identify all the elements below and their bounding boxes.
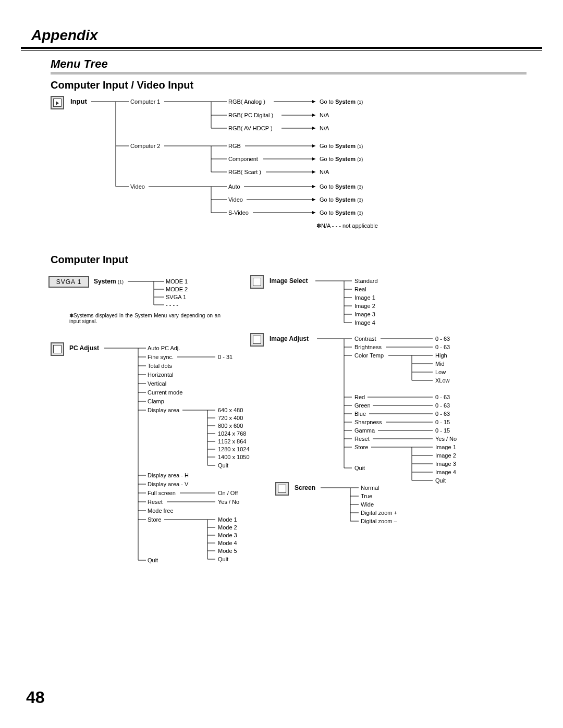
ia-green-val: 0 - 63 xyxy=(435,402,450,409)
pc-autopc: Auto PC Adj. xyxy=(148,345,180,351)
ia-colortemp: Color Temp xyxy=(354,352,384,359)
pc-m5: Mode 5 xyxy=(218,548,237,554)
res1: 720 x 400 xyxy=(218,415,243,421)
ia-image4: Image 4 xyxy=(435,469,456,475)
pc-fullscreen-val: On / Off xyxy=(218,490,238,496)
res0: 640 x 480 xyxy=(218,407,243,413)
ia-store: Store xyxy=(354,444,368,450)
system-mode1: MODE 1 xyxy=(166,278,188,285)
is-image4: Image 4 xyxy=(354,319,375,326)
page-number: 48 xyxy=(26,688,45,707)
ia-reset-val: Yes / No xyxy=(435,436,457,442)
pc-m3: Mode 3 xyxy=(218,532,237,538)
pc-quit2: Quit xyxy=(218,556,228,562)
ia-blue: Blue xyxy=(354,411,366,417)
ia-gamma: Gamma xyxy=(354,427,375,434)
ia-brightness-val: 0 - 63 xyxy=(435,344,450,350)
ia-green: Green xyxy=(354,402,371,409)
res5: 1280 x 1024 xyxy=(218,446,250,452)
pc-totaldots: Total dots xyxy=(148,363,173,369)
is-image2: Image 2 xyxy=(354,303,375,309)
pc-dav: Display area - V xyxy=(148,481,189,487)
ia-image2: Image 2 xyxy=(435,452,456,459)
ia-brightness: Brightness xyxy=(354,344,382,350)
is-standard: Standard xyxy=(354,278,378,284)
ia-blue-val: 0 - 63 xyxy=(435,411,450,417)
ia-quit: Quit xyxy=(354,465,365,471)
ia-low: Low xyxy=(435,369,446,375)
is-image3: Image 3 xyxy=(354,311,375,317)
pc-quit1: Quit xyxy=(218,462,228,468)
ia-xlow: XLow xyxy=(435,377,450,384)
res3: 1024 x 768 xyxy=(218,430,246,437)
sc-normal: Normal xyxy=(361,485,379,491)
ia-reset: Reset xyxy=(354,436,370,442)
pc-displayarea: Display area xyxy=(148,407,180,413)
ia-gamma-val: 0 - 15 xyxy=(435,427,450,434)
ia-image3: Image 3 xyxy=(435,461,456,467)
system-dashes: - - - - xyxy=(166,302,178,308)
is-image1: Image 1 xyxy=(354,294,375,301)
imageselect-label: Image Select xyxy=(270,277,308,285)
ia-quit2: Quit xyxy=(435,477,446,484)
ia-high: High xyxy=(435,352,447,359)
system-label: System (1) xyxy=(94,278,124,285)
res4: 1152 x 864 xyxy=(218,438,246,445)
pc-quit3: Quit xyxy=(148,557,158,563)
system-svga1: SVGA 1 xyxy=(166,294,186,300)
pc-m4: Mode 4 xyxy=(218,540,237,546)
ia-mid: Mid xyxy=(435,361,445,367)
res6: 1400 x 1050 xyxy=(218,454,250,460)
pc-finesync-range: 0 - 31 xyxy=(218,354,232,360)
pc-vertical: Vertical xyxy=(148,380,166,387)
ia-red: Red xyxy=(354,394,365,400)
is-real: Real xyxy=(354,286,366,292)
pc-dah: Display area - H xyxy=(148,472,189,478)
ia-contrast: Contrast xyxy=(354,336,376,342)
ia-image1: Image 1 xyxy=(435,444,456,450)
pc-m2: Mode 2 xyxy=(218,524,237,530)
sc-wide: Wide xyxy=(361,501,374,508)
system-note: ✽Systems displayed in the System Menu va… xyxy=(69,313,221,324)
pc-horizontal: Horizontal xyxy=(148,372,174,378)
ia-sharpness: Sharpness xyxy=(354,419,382,425)
pc-reset-val: Yes / No xyxy=(218,499,239,505)
sc-dzoomm: Digital zoom – xyxy=(361,518,398,524)
pcadjust-label: PC Adjust xyxy=(69,344,99,352)
pc-m1: Mode 1 xyxy=(218,516,237,523)
pc-fullscreen: Full screen xyxy=(148,490,176,496)
pc-modefree: Mode free xyxy=(148,508,174,514)
res2: 800 x 600 xyxy=(218,423,243,429)
computer-input-svg: System (1) MODE 1 MODE 2 SVGA 1 - - - - … xyxy=(0,0,563,728)
screen-label: Screen xyxy=(295,484,315,491)
pc-store: Store xyxy=(148,516,161,523)
pc-clamp: Clamp xyxy=(148,398,164,404)
pc-finesync: Fine sync. xyxy=(148,354,174,360)
ia-red-val: 0 - 63 xyxy=(435,394,450,400)
system-mode2: MODE 2 xyxy=(166,286,188,292)
ia-contrast-val: 0 - 63 xyxy=(435,336,450,342)
pc-reset: Reset xyxy=(148,499,163,505)
sc-dzoomp: Digital zoom + xyxy=(361,510,397,516)
ia-sharpness-val: 0 - 15 xyxy=(435,419,450,425)
imageadjust-label: Image Adjust xyxy=(270,335,309,342)
pc-currentmode: Current mode xyxy=(148,389,182,396)
sc-true: True xyxy=(361,493,372,499)
